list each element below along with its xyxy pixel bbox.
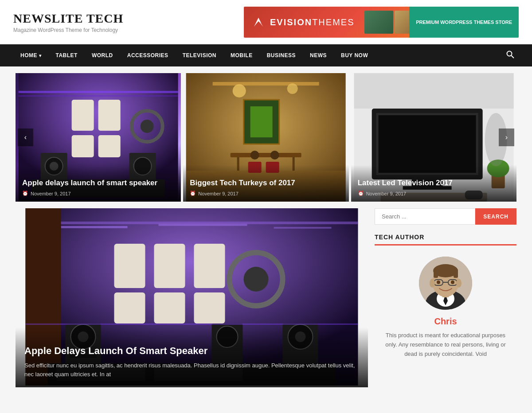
slide-1-title: Apple delays launch of smart speaker bbox=[22, 178, 174, 188]
site-tagline: Magazine WordPress Theme for Technology bbox=[13, 27, 123, 33]
slider-prev-button[interactable]: ‹ bbox=[18, 129, 33, 146]
ad-brand-name: EVISIONTHEMES bbox=[270, 17, 354, 27]
site-branding: NEWSLITE TECH Magazine WordPress Theme f… bbox=[13, 12, 123, 33]
svg-rect-5 bbox=[19, 91, 178, 93]
svg-point-28 bbox=[270, 151, 279, 160]
slide-3-title: Latest Led Television 2017 bbox=[358, 178, 510, 188]
nav-item-tablet[interactable]: TABLET bbox=[49, 46, 85, 65]
svg-rect-53 bbox=[114, 292, 145, 323]
svg-point-27 bbox=[250, 151, 259, 160]
svg-rect-18 bbox=[98, 135, 121, 157]
svg-rect-48 bbox=[159, 224, 247, 226]
author-bio: This product is meant for educational pu… bbox=[379, 331, 512, 358]
nav-item-business[interactable]: BUSINESS bbox=[260, 46, 303, 65]
main-article-title: Apple Delays Launch Of Smart Speaker bbox=[24, 345, 359, 357]
main-article[interactable]: Apple Delays Launch Of Smart Speaker Sed… bbox=[16, 208, 368, 387]
svg-rect-51 bbox=[154, 244, 185, 288]
main-article-overlay: Apple Delays Launch Of Smart Speaker Sed… bbox=[16, 327, 368, 387]
nav-item-mobile[interactable]: MOBILE bbox=[223, 46, 260, 65]
slide-2-date: ⏰ November 9, 2017 bbox=[190, 191, 342, 196]
search-button[interactable]: SEARCH bbox=[475, 208, 516, 225]
svg-point-85 bbox=[451, 281, 454, 284]
nav-item-home[interactable]: HOME ▾ bbox=[13, 46, 49, 65]
svg-rect-20 bbox=[213, 82, 319, 86]
svg-rect-50 bbox=[114, 244, 145, 288]
author-avatar bbox=[419, 257, 472, 310]
svg-point-84 bbox=[437, 281, 440, 284]
nav-item-accessories[interactable]: ACCESSORIES bbox=[120, 46, 176, 65]
svg-point-31 bbox=[233, 84, 246, 97]
ad-thumbnails bbox=[361, 8, 409, 36]
main-article-excerpt: Sed efficitur nunc eu ipsum sagittis, ac… bbox=[24, 361, 359, 378]
nav-search-toggle[interactable] bbox=[502, 44, 519, 66]
ad-brand-suffix: THEMES bbox=[312, 17, 354, 27]
featured-slider: ‹ bbox=[16, 73, 516, 202]
sidebar: SEARCH TECH AUTHOR bbox=[375, 208, 516, 387]
svg-rect-36 bbox=[378, 115, 476, 173]
clock-icon: ⏰ bbox=[22, 191, 28, 196]
svg-marker-1 bbox=[256, 18, 263, 27]
svg-rect-17 bbox=[72, 135, 94, 157]
evision-icon bbox=[250, 14, 266, 30]
svg-point-32 bbox=[287, 83, 298, 94]
bottom-section: Apple Delays Launch Of Smart Speaker Sed… bbox=[16, 208, 516, 387]
slide-2-overlay: Biggest Tech Turkeys of 2017 ⏰ November … bbox=[183, 165, 348, 202]
slide-2-title: Biggest Tech Turkeys of 2017 bbox=[190, 178, 342, 188]
author-widget: TECH AUTHOR bbox=[375, 234, 516, 363]
header: NEWSLITE TECH Magazine WordPress Theme f… bbox=[0, 0, 532, 44]
svg-rect-49 bbox=[274, 227, 332, 229]
svg-point-13 bbox=[141, 120, 154, 133]
svg-rect-15 bbox=[72, 100, 94, 131]
site-title: NEWSLITE TECH bbox=[13, 12, 123, 26]
svg-rect-6 bbox=[19, 95, 178, 97]
svg-rect-79 bbox=[434, 269, 438, 278]
nav-item-world[interactable]: WORLD bbox=[85, 46, 120, 65]
svg-point-87 bbox=[456, 279, 462, 288]
svg-rect-54 bbox=[154, 292, 185, 323]
main-content: ‹ bbox=[9, 66, 523, 394]
svg-rect-52 bbox=[194, 244, 225, 288]
search-icon bbox=[506, 51, 514, 58]
svg-rect-30 bbox=[250, 106, 273, 137]
nav-item-buynow[interactable]: BUY NOW bbox=[334, 46, 375, 65]
clock-icon-2: ⏰ bbox=[190, 191, 196, 196]
svg-line-3 bbox=[511, 55, 514, 58]
ad-thumb-2 bbox=[395, 11, 409, 34]
author-widget-title: TECH AUTHOR bbox=[375, 234, 516, 245]
search-input[interactable] bbox=[375, 208, 475, 225]
svg-rect-80 bbox=[454, 269, 458, 278]
slide-1-date: ⏰ November 9, 2017 bbox=[22, 191, 174, 196]
clock-icon-3: ⏰ bbox=[358, 191, 364, 196]
slide-1-overlay: Apple delays launch of smart speaker ⏰ N… bbox=[16, 165, 181, 202]
nav-item-news[interactable]: NEWS bbox=[303, 46, 334, 65]
author-name: Chris bbox=[379, 316, 512, 327]
ad-thumb-1 bbox=[364, 11, 393, 34]
svg-rect-47 bbox=[61, 226, 128, 228]
ad-brand: EVISION bbox=[270, 17, 312, 27]
svg-point-2 bbox=[507, 51, 512, 56]
nav-item-television[interactable]: TELEVISION bbox=[176, 46, 223, 65]
slide-3[interactable]: Latest Led Television 2017 ⏰ November 9,… bbox=[351, 73, 516, 202]
search-widget: SEARCH bbox=[375, 208, 516, 225]
svg-rect-16 bbox=[98, 100, 121, 131]
home-dropdown-arrow: ▾ bbox=[39, 53, 42, 58]
slide-3-overlay: Latest Led Television 2017 ⏰ November 9,… bbox=[351, 165, 516, 202]
svg-point-86 bbox=[430, 279, 435, 288]
svg-rect-22 bbox=[231, 153, 301, 157]
navigation: HOME ▾ TABLET WORLD ACCESSORIES TELEVISI… bbox=[0, 44, 532, 66]
slider-next-button[interactable]: › bbox=[499, 129, 514, 146]
slide-2[interactable]: Biggest Tech Turkeys of 2017 ⏰ November … bbox=[183, 73, 348, 202]
author-avatar-image bbox=[419, 257, 472, 310]
ad-logo-area: EVISIONTHEMES bbox=[244, 10, 361, 35]
svg-rect-43 bbox=[354, 73, 513, 109]
header-advertisement[interactable]: EVISIONTHEMES PREMIUM WORDPRESS THEMES S… bbox=[244, 7, 519, 38]
ad-cta[interactable]: PREMIUM WORDPRESS THEMES STORE bbox=[409, 7, 519, 38]
svg-point-57 bbox=[244, 267, 269, 292]
svg-rect-71 bbox=[26, 323, 358, 325]
slide-1[interactable]: Apple delays launch of smart speaker ⏰ N… bbox=[16, 73, 181, 202]
author-profile: Chris This product is meant for educatio… bbox=[375, 252, 516, 363]
svg-rect-55 bbox=[194, 292, 225, 323]
slide-3-date: ⏰ November 9, 2017 bbox=[358, 191, 510, 196]
